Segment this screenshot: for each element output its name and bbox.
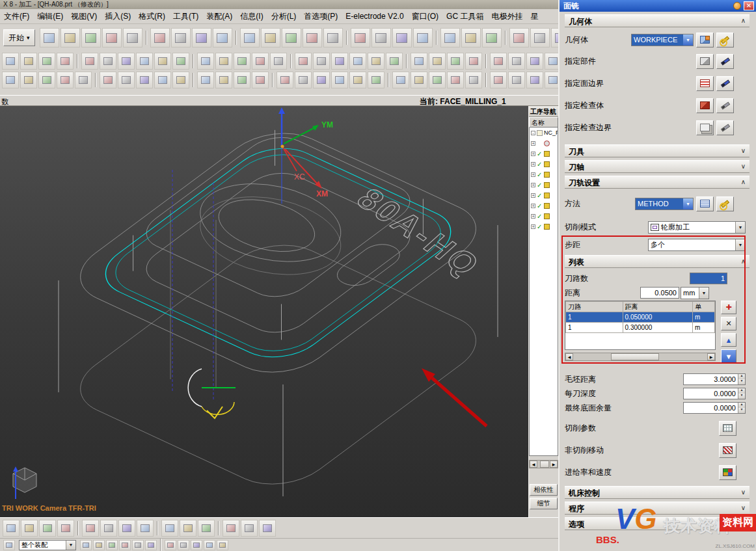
toolbar-icon[interactable] <box>172 53 189 70</box>
toolbar-icon[interactable] <box>21 520 38 537</box>
navigator-tree-row[interactable]: +✓ <box>530 148 558 159</box>
toolbar-icon[interactable] <box>81 53 98 70</box>
toolbar-icon[interactable] <box>259 520 276 537</box>
toolbar-icon[interactable] <box>371 28 391 47</box>
toolbar-icon[interactable] <box>270 53 287 70</box>
passes-field[interactable]: 1 <box>690 273 727 284</box>
menu-item[interactable]: 信息(I) <box>236 10 267 23</box>
table-hscrollbar[interactable]: ◀ ▶ <box>565 353 716 361</box>
section-header-program[interactable]: 程序 ∨ <box>565 502 749 515</box>
toolbar-icon[interactable] <box>20 53 37 70</box>
help-icon[interactable] <box>733 2 741 10</box>
toolbar-icon[interactable] <box>252 72 269 88</box>
toolbar-icon[interactable] <box>429 72 446 88</box>
chevron-down-icon[interactable]: ∨ <box>741 520 746 527</box>
toolbar-icon[interactable] <box>197 53 214 70</box>
toolbar-icon[interactable] <box>215 53 232 70</box>
toolbar-icon[interactable] <box>123 28 142 47</box>
toolbar-icon[interactable] <box>234 53 250 70</box>
toolbar-icon[interactable] <box>447 53 464 70</box>
toolbar-icon[interactable] <box>411 72 427 88</box>
spinner[interactable]: ▲▼ <box>738 388 745 399</box>
chevron-down-icon[interactable]: ∨ <box>741 504 746 511</box>
toolbar-icon[interactable] <box>57 53 74 70</box>
toolbar-icon[interactable] <box>331 53 348 70</box>
select-face-boundary-button[interactable] <box>696 76 714 91</box>
navigator-tree-row[interactable]: +✓ <box>530 180 558 190</box>
toolbar-icon[interactable] <box>392 72 409 88</box>
toolbar-icon[interactable] <box>100 520 117 537</box>
new-method-button[interactable] <box>716 196 734 211</box>
selection-filter-icon[interactable] <box>3 540 15 550</box>
toolbar-icon[interactable] <box>461 28 481 47</box>
menu-item[interactable]: E-electrode V2.0 <box>342 10 407 22</box>
toolbar-icon[interactable] <box>490 53 507 70</box>
toolbar-icon[interactable] <box>2 53 19 70</box>
toolbar-icon[interactable] <box>154 72 171 88</box>
toolbar-icon[interactable] <box>530 28 550 47</box>
move-down-button[interactable]: ▼ <box>721 349 736 363</box>
table-row[interactable]: 1 0.300000 m <box>566 323 715 333</box>
navigator-tree-row[interactable]: +✓ <box>530 169 558 180</box>
menu-item[interactable]: 电极外挂 <box>487 10 526 23</box>
toolbar-icon[interactable] <box>217 540 228 550</box>
toolbar-icon[interactable] <box>102 28 122 47</box>
select-check-body-button[interactable] <box>696 98 714 113</box>
stepover-combo[interactable]: 多个 ▼ <box>648 239 746 251</box>
tree-expander-icon[interactable]: + <box>531 204 535 208</box>
geometry-combo[interactable]: WORKPIECE ▼ <box>631 34 694 46</box>
toolbar-icon[interactable] <box>172 72 189 88</box>
toolbar-icon[interactable] <box>508 53 525 70</box>
toolbar-icon[interactable] <box>20 72 37 88</box>
toolbar-icon[interactable] <box>392 28 412 47</box>
toolbar-icon[interactable] <box>61 28 80 47</box>
select-check-boundary-button[interactable] <box>696 120 714 135</box>
navigator-column-header[interactable]: 名称 <box>529 117 558 128</box>
menu-item[interactable]: 首选项(P) <box>300 10 342 23</box>
section-header-tool[interactable]: 刀具 ∨ <box>565 144 749 157</box>
display-check-body-button[interactable] <box>716 98 734 113</box>
new-geometry-button[interactable] <box>716 33 734 47</box>
toolbar-icon[interactable] <box>154 53 171 70</box>
non-cutting-moves-button[interactable] <box>719 443 736 458</box>
toolbar-icon[interactable] <box>38 72 55 88</box>
table-row[interactable]: 1 0.050000 m <box>566 312 715 323</box>
close-icon[interactable]: ✕ <box>744 1 754 10</box>
toolbar-icon[interactable] <box>440 28 460 47</box>
toolbar-icon[interactable] <box>100 72 116 88</box>
toolbar-icon[interactable] <box>386 53 403 70</box>
toolbar-icon[interactable] <box>447 72 464 88</box>
menu-item[interactable]: 编辑(E) <box>33 10 67 23</box>
toolbar-icon[interactable] <box>295 72 312 88</box>
menu-item[interactable]: 视图(V) <box>67 10 101 23</box>
menu-item[interactable]: GC 工具箱 <box>442 10 487 23</box>
toolbar-icon[interactable] <box>313 53 330 70</box>
scroll-thumb[interactable] <box>611 353 659 360</box>
toolbar-icon[interactable] <box>106 540 118 550</box>
tree-expander-icon[interactable]: + <box>531 193 535 198</box>
graphics-viewport[interactable]: 80A-HQ YM XC <box>0 106 528 517</box>
menu-item[interactable]: 窗口(O) <box>408 10 442 23</box>
dropdown-icon[interactable]: ▼ <box>683 34 693 46</box>
menu-item[interactable]: 格式(R) <box>135 10 169 23</box>
toolbar-icon[interactable] <box>137 520 154 537</box>
display-face-boundary-button[interactable] <box>716 76 734 91</box>
toolbar-icon[interactable] <box>282 28 301 47</box>
tree-expander-icon[interactable]: + <box>531 214 535 219</box>
toolbar-icon[interactable] <box>313 72 330 88</box>
add-row-button[interactable]: ✚ <box>721 301 736 314</box>
tree-expander-icon[interactable]: + <box>531 224 535 229</box>
edit-method-button[interactable] <box>696 196 714 211</box>
toolbar-icon[interactable] <box>252 53 269 70</box>
section-header-list[interactable]: 列表 ∧ <box>565 255 749 268</box>
tree-expander-icon[interactable]: - <box>531 131 535 135</box>
toolbar-icon[interactable] <box>118 53 135 70</box>
toolbar-icon[interactable] <box>545 72 558 88</box>
toolbar-icon[interactable] <box>351 28 370 47</box>
chevron-up-icon[interactable]: ∧ <box>741 178 746 185</box>
toolbar-icon[interactable] <box>161 520 178 537</box>
toolbar-icon[interactable] <box>413 28 433 47</box>
chevron-up-icon[interactable]: ∧ <box>741 17 746 24</box>
tree-expander-icon[interactable]: + <box>531 141 535 146</box>
toolbar-icon[interactable] <box>526 72 543 88</box>
